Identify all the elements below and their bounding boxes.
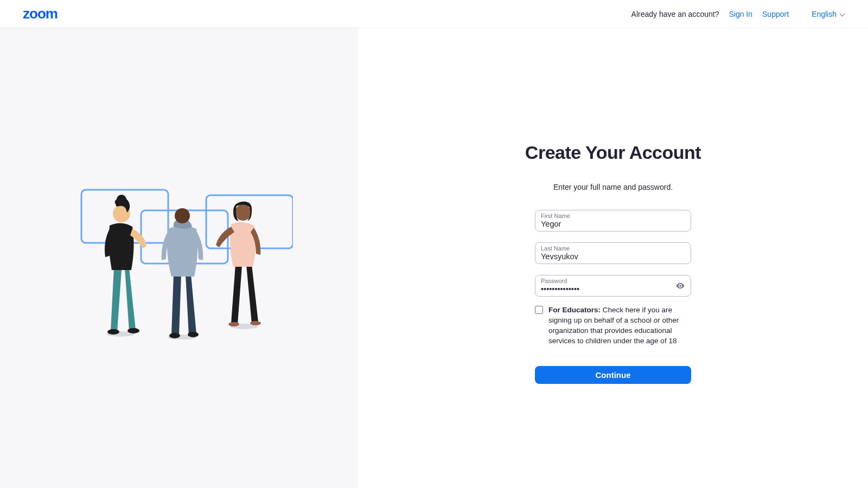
- signup-form: Create Your Account Enter your full name…: [535, 142, 691, 488]
- language-selector[interactable]: English: [812, 10, 845, 18]
- svg-point-10: [188, 332, 199, 337]
- page-title: Create Your Account: [513, 142, 713, 163]
- last-name-field-wrapper[interactable]: Last Name: [535, 242, 691, 264]
- educators-checkbox-row: For Educators: Check here if you are sig…: [535, 305, 691, 346]
- header: zoom Already have an account? Sign In Su…: [0, 0, 868, 28]
- password-label: Password: [541, 278, 567, 284]
- chevron-down-icon: [840, 11, 845, 17]
- zoom-logo[interactable]: zoom: [23, 5, 58, 22]
- first-name-label: First Name: [541, 213, 570, 219]
- educators-checkbox[interactable]: [535, 306, 543, 314]
- educators-bold: For Educators:: [548, 306, 601, 314]
- form-panel: Create Your Account Enter your full name…: [358, 28, 868, 488]
- svg-point-13: [228, 322, 239, 326]
- first-name-input[interactable]: [541, 220, 685, 228]
- main: Create Your Account Enter your full name…: [0, 28, 868, 488]
- last-name-input[interactable]: [541, 252, 685, 261]
- illustration-panel: [0, 28, 358, 488]
- sign-in-link[interactable]: Sign In: [729, 10, 752, 18]
- continue-button[interactable]: Continue: [535, 366, 691, 384]
- svg-point-14: [250, 321, 261, 325]
- svg-point-11: [175, 208, 190, 223]
- language-label: English: [812, 10, 837, 18]
- support-link[interactable]: Support: [762, 10, 789, 18]
- password-field-wrapper[interactable]: Password: [535, 275, 691, 297]
- eye-icon[interactable]: [675, 281, 685, 291]
- last-name-label: Last Name: [541, 245, 570, 252]
- password-input[interactable]: [541, 285, 671, 293]
- people-illustration: [65, 177, 293, 339]
- educators-text: For Educators: Check here if you are sig…: [548, 305, 691, 346]
- svg-point-7: [117, 195, 126, 204]
- svg-point-5: [127, 328, 139, 333]
- header-right: Already have an account? Sign In Support…: [631, 10, 845, 18]
- svg-point-9: [169, 333, 180, 338]
- page-subtitle: Enter your full name and password.: [535, 183, 691, 191]
- already-have-account-text: Already have an account?: [631, 10, 719, 18]
- svg-point-4: [107, 329, 119, 335]
- svg-point-15: [235, 204, 251, 221]
- first-name-field-wrapper[interactable]: First Name: [535, 210, 691, 232]
